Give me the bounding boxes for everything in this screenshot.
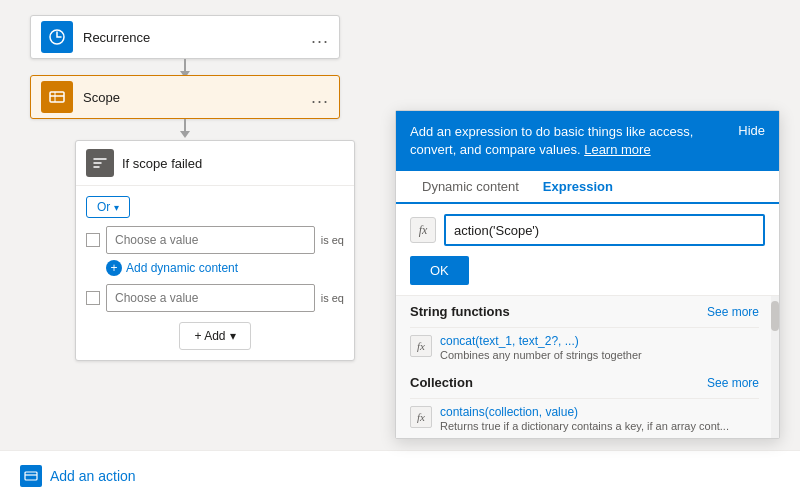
string-functions-section: String functions See more fx concat(text… (396, 296, 779, 367)
scope-title: Scope (83, 90, 311, 105)
func-fx-concat: fx (410, 335, 432, 357)
collection-section: Collection See more fx contains(collecti… (396, 367, 779, 438)
flow-area: Recurrence ... Scope ... (0, 0, 800, 500)
func-desc-concat: Combines any number of strings together (440, 349, 642, 361)
svg-rect-4 (25, 472, 37, 480)
tab-dynamic-content[interactable]: Dynamic content (410, 171, 531, 202)
expr-input[interactable] (444, 214, 765, 246)
chevron-icon: ▾ (114, 202, 119, 213)
add-action-label: Add an action (50, 468, 136, 484)
expression-panel: Add an expression to do basic things lik… (395, 110, 780, 439)
func-desc-contains: Returns true if a dictionary contains a … (440, 420, 729, 432)
plus-icon: + (106, 260, 122, 276)
condition-body: Or ▾ is eq + Add dynamic content is eq (76, 186, 354, 360)
svg-rect-1 (50, 92, 64, 102)
recurrence-card: Recurrence ... (30, 15, 340, 59)
add-label: + Add (194, 329, 225, 343)
condition-card: If scope failed Or ▾ is eq + Add dynamic… (75, 140, 355, 361)
collection-header: Collection See more (410, 367, 759, 398)
add-action-button[interactable]: Add an action (20, 465, 136, 487)
collection-see-more[interactable]: See more (707, 376, 759, 390)
condition-header: If scope failed (76, 141, 354, 186)
recurrence-icon (41, 21, 73, 53)
func-name-concat[interactable]: concat(text_1, text_2?, ...) (440, 334, 642, 348)
condition-title: If scope failed (122, 156, 344, 171)
collection-title: Collection (410, 375, 473, 390)
recurrence-more[interactable]: ... (311, 27, 329, 48)
func-fx-contains: fx (410, 406, 432, 428)
fx-badge: fx (410, 217, 436, 243)
add-button-row: + Add ▾ (86, 322, 344, 350)
scope-icon (41, 81, 73, 113)
func-info-contains: contains(collection, value) Returns true… (440, 405, 729, 432)
string-functions-see-more[interactable]: See more (707, 305, 759, 319)
bottom-bar: Add an action (0, 450, 800, 500)
ok-button[interactable]: OK (410, 256, 469, 285)
is-equal-label-2: is eq (321, 292, 344, 304)
func-item-concat: fx concat(text_1, text_2?, ...) Combines… (410, 327, 759, 367)
condition-input-1[interactable] (106, 226, 315, 254)
add-dynamic-content[interactable]: + Add dynamic content (106, 260, 344, 276)
func-info-concat: concat(text_1, text_2?, ...) Combines an… (440, 334, 642, 361)
func-name-contains[interactable]: contains(collection, value) (440, 405, 729, 419)
hide-button[interactable]: Hide (738, 123, 765, 138)
condition-input-2[interactable] (106, 284, 315, 312)
expr-functions-area: String functions See more fx concat(text… (396, 295, 779, 438)
tab-expression[interactable]: Expression (531, 171, 625, 204)
add-button[interactable]: + Add ▾ (179, 322, 250, 350)
add-chevron-icon: ▾ (230, 329, 236, 343)
condition-checkbox-1[interactable] (86, 233, 100, 247)
is-equal-label-1: is eq (321, 234, 344, 246)
string-functions-header: String functions See more (410, 296, 759, 327)
condition-checkbox-2[interactable] (86, 291, 100, 305)
recurrence-title: Recurrence (83, 30, 311, 45)
expr-input-row: fx (396, 204, 779, 256)
scope-more[interactable]: ... (311, 87, 329, 108)
arrow-2 (180, 119, 190, 138)
expr-panel-header: Add an expression to do basic things lik… (396, 111, 779, 171)
learn-more-link[interactable]: Learn more (584, 142, 650, 157)
add-action-icon (20, 465, 42, 487)
expr-header-text: Add an expression to do basic things lik… (410, 123, 738, 159)
or-button[interactable]: Or ▾ (86, 196, 130, 218)
condition-row-1: is eq (86, 226, 344, 254)
expr-header-description: Add an expression to do basic things lik… (410, 124, 693, 157)
func-item-contains: fx contains(collection, value) Returns t… (410, 398, 759, 438)
condition-row-2: is eq (86, 284, 344, 312)
scrollbar-track[interactable] (771, 296, 779, 438)
string-functions-title: String functions (410, 304, 510, 319)
add-dynamic-label: Add dynamic content (126, 261, 238, 275)
condition-icon (86, 149, 114, 177)
expr-tabs: Dynamic content Expression (396, 171, 779, 204)
scope-card: Scope ... (30, 75, 340, 119)
scrollbar-thumb[interactable] (771, 301, 779, 331)
